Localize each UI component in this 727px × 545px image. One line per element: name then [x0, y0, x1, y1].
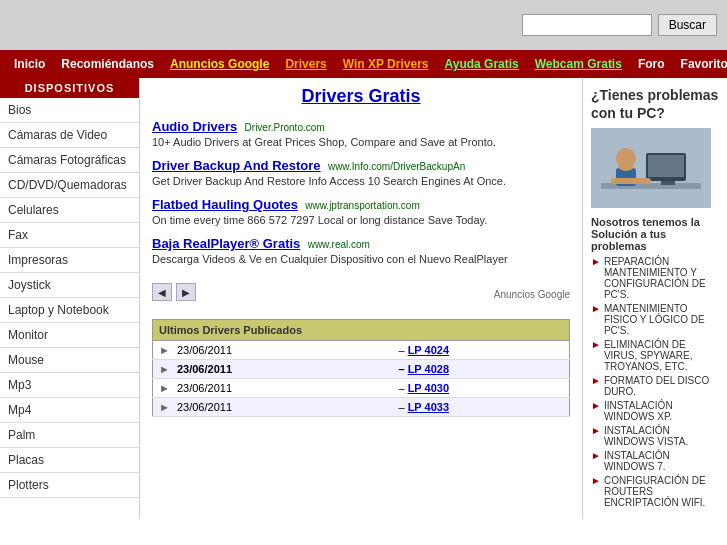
sidebar-item-camaras-video[interactable]: Cámaras de Video — [0, 123, 139, 148]
right-arrow-icon-8: ► — [591, 475, 601, 486]
right-arrow-icon-6: ► — [591, 425, 601, 436]
driver-arrow-icon-4: ► — [159, 401, 170, 413]
right-subtitle: Nosotros tenemos la Solución a tus probl… — [591, 216, 719, 252]
ad-1-url: Driver.Pronto.com — [245, 122, 325, 133]
nav-anuncios[interactable]: Anuncios Google — [162, 57, 277, 71]
ad-4-url: www.real.com — [308, 239, 370, 250]
svg-rect-4 — [661, 181, 675, 185]
driver-link-1[interactable]: – LP 4024 — [392, 341, 569, 360]
svg-point-8 — [618, 161, 634, 171]
right-item-5: ► IINSTALACIÓN WINDOWS XP. — [591, 400, 719, 422]
nav-foro[interactable]: Foro — [630, 57, 673, 71]
prev-arrow[interactable]: ◀ — [152, 283, 172, 301]
svg-rect-7 — [611, 178, 651, 184]
ad-1-title[interactable]: Audio Drivers — [152, 119, 237, 134]
driver-link-2[interactable]: – LP 4028 — [392, 360, 569, 379]
nav-bar: Inicio Recomiéndanos Anuncios Google Dri… — [0, 50, 727, 78]
right-arrow-icon-7: ► — [591, 450, 601, 461]
pc-illustration — [591, 128, 711, 208]
ads-label: Anuncios Google — [494, 289, 570, 300]
right-item-2: ► MANTENIMIENTO FISICO Y LÓGICO DE PC'S. — [591, 303, 719, 336]
main-layout: DISPOSITIVOS Bios Cámaras de Video Cámar… — [0, 78, 727, 519]
ad-3-url: www.jptransportation.com — [305, 200, 420, 211]
right-sidebar: ¿Tienes problemas con tu PC? Nosotros t — [582, 78, 727, 519]
pagination-arrows: ◀ ▶ — [152, 283, 196, 301]
nav-recomendanos[interactable]: Recomiéndanos — [53, 57, 162, 71]
right-item-3: ► ELIMINACIÓN DE VIRUS, SPYWARE, TROYANO… — [591, 339, 719, 372]
nav-webcam[interactable]: Webcam Gratis — [527, 57, 630, 71]
sidebar: DISPOSITIVOS Bios Cámaras de Video Cámar… — [0, 78, 140, 519]
driver-date-2: ► 23/06/2011 — [153, 360, 393, 379]
ad-3-title[interactable]: Flatbed Hauling Quotes — [152, 197, 298, 212]
sidebar-item-camaras-foto[interactable]: Cámaras Fotográficas — [0, 148, 139, 173]
ad-2-title[interactable]: Driver Backup And Restore — [152, 158, 321, 173]
search-input[interactable] — [522, 14, 652, 36]
svg-rect-3 — [648, 155, 684, 177]
driver-row-3: ► 23/06/2011 – LP 4030 — [153, 379, 570, 398]
nav-drivers[interactable]: Drivers — [277, 57, 334, 71]
ad-2: Driver Backup And Restore www.Info.com/D… — [152, 158, 570, 187]
driver-date-3: ► 23/06/2011 — [153, 379, 393, 398]
ad-4: Baja RealPlayer® Gratis www.real.com Des… — [152, 236, 570, 265]
sidebar-item-joystick[interactable]: Joystick — [0, 273, 139, 298]
sidebar-item-plotters[interactable]: Plotters — [0, 473, 139, 498]
driver-arrow-icon-3: ► — [159, 382, 170, 394]
sidebar-item-laptop[interactable]: Laptop y Notebook — [0, 298, 139, 323]
sidebar-item-palm[interactable]: Palm — [0, 423, 139, 448]
sidebar-item-impresoras[interactable]: Impresoras — [0, 248, 139, 273]
sidebar-item-celulares[interactable]: Celulares — [0, 198, 139, 223]
nav-ayuda[interactable]: Ayuda Gratis — [436, 57, 526, 71]
ad-2-url: www.Info.com/DriverBackupAn — [328, 161, 465, 172]
right-item-4: ► FORMATO DEL DISCO DURO. — [591, 375, 719, 397]
main-content: Drivers Gratis Audio Drivers Driver.Pron… — [140, 78, 582, 519]
ad-4-title[interactable]: Baja RealPlayer® Gratis — [152, 236, 300, 251]
sidebar-item-placas[interactable]: Placas — [0, 448, 139, 473]
right-item-6: ► INSTALACIÓN WINDOWS VISTA. — [591, 425, 719, 447]
sidebar-item-fax[interactable]: Fax — [0, 223, 139, 248]
driver-row-4: ► 23/06/2011 – LP 4033 — [153, 398, 570, 417]
ad-3: Flatbed Hauling Quotes www.jptransportat… — [152, 197, 570, 226]
sidebar-item-cddvd[interactable]: CD/DVD/Quemadoras — [0, 173, 139, 198]
right-item-7: ► INSTALACIÓN WINDOWS 7. — [591, 450, 719, 472]
right-item-8: ► CONFIGURACIÓN DE ROUTERS ENCRIPTACIÓN … — [591, 475, 719, 508]
header-top: Buscar — [0, 0, 727, 50]
right-arrow-icon-2: ► — [591, 303, 601, 314]
sidebar-header: DISPOSITIVOS — [0, 78, 139, 98]
right-item-1: ► REPARACIÓN MANTENIMIENTO Y CONFIGURACI… — [591, 256, 719, 300]
right-arrow-icon-4: ► — [591, 375, 601, 386]
right-question: ¿Tienes problemas con tu PC? — [591, 86, 719, 122]
sidebar-item-bios[interactable]: Bios — [0, 98, 139, 123]
page-title: Drivers Gratis — [152, 86, 570, 107]
ad-1: Audio Drivers Driver.Pronto.com 10+ Audi… — [152, 119, 570, 148]
right-arrow-icon-5: ► — [591, 400, 601, 411]
driver-arrow-icon-1: ► — [159, 344, 170, 356]
driver-row-2: ► 23/06/2011 – LP 4028 — [153, 360, 570, 379]
ad-2-desc: Get Driver Backup And Restore Info Acces… — [152, 175, 570, 187]
search-button[interactable]: Buscar — [658, 14, 717, 36]
drivers-table-header: Ultimos Drivers Publicados — [153, 320, 570, 341]
driver-arrow-icon-2: ► — [159, 363, 170, 375]
right-arrow-icon-1: ► — [591, 256, 601, 267]
nav-favoritos[interactable]: Favoritos — [673, 57, 727, 71]
driver-date-1: ► 23/06/2011 — [153, 341, 393, 360]
drivers-table: Ultimos Drivers Publicados ► 23/06/2011 … — [152, 319, 570, 417]
nav-winxp[interactable]: Win XP Drivers — [335, 57, 437, 71]
driver-row-1: ► 23/06/2011 – LP 4024 — [153, 341, 570, 360]
sidebar-item-monitor[interactable]: Monitor — [0, 323, 139, 348]
sidebar-item-mp3[interactable]: Mp3 — [0, 373, 139, 398]
nav-inicio[interactable]: Inicio — [6, 57, 53, 71]
ad-3-desc: On time every time 866 572 7297 Local or… — [152, 214, 570, 226]
right-arrow-icon-3: ► — [591, 339, 601, 350]
driver-date-4: ► 23/06/2011 — [153, 398, 393, 417]
driver-link-3[interactable]: – LP 4030 — [392, 379, 569, 398]
ad-4-desc: Descarga Videos & Ve en Cualquier Dispos… — [152, 253, 570, 265]
driver-link-4[interactable]: – LP 4033 — [392, 398, 569, 417]
sidebar-item-mp4[interactable]: Mp4 — [0, 398, 139, 423]
sidebar-item-mouse[interactable]: Mouse — [0, 348, 139, 373]
next-arrow[interactable]: ▶ — [176, 283, 196, 301]
ad-1-desc: 10+ Audio Drivers at Great Prices Shop, … — [152, 136, 570, 148]
